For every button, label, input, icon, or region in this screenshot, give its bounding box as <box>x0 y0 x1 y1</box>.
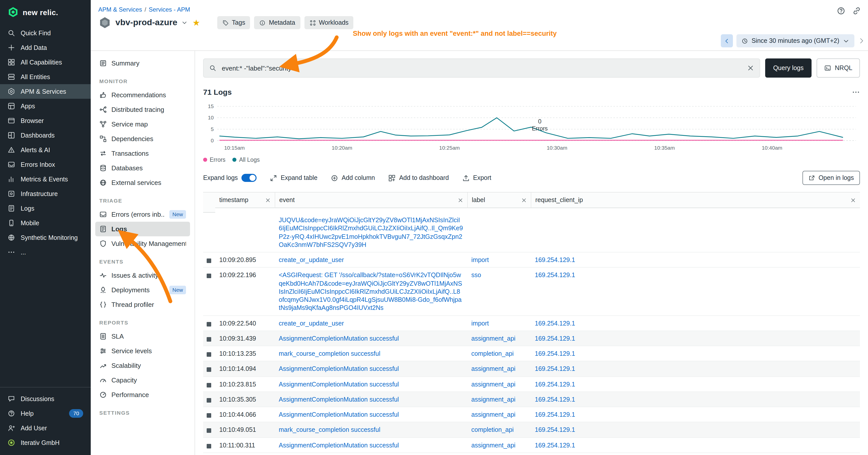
sidebar-item-apm-services[interactable]: APM & Services <box>0 84 91 99</box>
legend-errors[interactable]: Errors <box>203 157 225 163</box>
row-marker-icon[interactable] <box>207 413 211 418</box>
subnav-item-service-levels[interactable]: Service levels <box>95 344 190 358</box>
subnav-item-deployments[interactable]: DeploymentsNew <box>95 283 190 297</box>
sidebar-item-metrics-events[interactable]: Metrics & Events <box>0 172 91 187</box>
log-event-link[interactable]: AssignmentCompletionMutation successful <box>275 407 467 422</box>
row-marker-icon[interactable] <box>207 383 211 387</box>
log-row[interactable]: 10:11:00.311AssignmentCompletionMutation… <box>203 437 860 453</box>
subnav-item-recommendations[interactable]: Recommendations <box>95 88 190 102</box>
entity-chevron-down-icon[interactable] <box>182 20 187 26</box>
row-marker-icon[interactable] <box>207 428 211 433</box>
log-row[interactable]: 10:10:49.051mark_course_completion succe… <box>203 422 860 438</box>
sidebar-item-logs[interactable]: Logs <box>0 201 91 216</box>
log-row[interactable]: 10:09:22.540create_or_update_userimport1… <box>203 316 860 331</box>
subnav-item-errors-errors-inb[interactable]: Errors (errors inb...New <box>95 207 190 222</box>
clear-query-icon[interactable] <box>747 65 754 71</box>
copy-link-icon[interactable] <box>852 6 861 15</box>
workloads-button[interactable]: Workloads <box>304 16 353 29</box>
subnav-item-vulnerability-management[interactable]: Vulnerability Management <box>95 236 190 251</box>
log-label-link[interactable]: assignment_api <box>467 392 531 407</box>
sidebar-item-add-data[interactable]: Add Data <box>0 40 91 55</box>
subnav-item-distributed-tracing[interactable]: Distributed tracing <box>95 102 190 117</box>
row-marker-icon[interactable] <box>207 274 211 279</box>
log-row[interactable]: 10:10:44.066AssignmentCompletionMutation… <box>203 407 860 422</box>
new-relic-logo[interactable]: new relic. <box>0 0 91 26</box>
sidebar-item-quick-find[interactable]: Quick Find <box>0 26 91 40</box>
sidebar-item-discussions[interactable]: Discussions <box>0 391 91 406</box>
log-label-link[interactable] <box>467 213 531 252</box>
log-ip-link[interactable]: 169.254.129.1 <box>531 253 860 267</box>
subnav-item-scalability[interactable]: Scalability <box>95 358 190 373</box>
remove-column-icon[interactable] <box>521 197 527 203</box>
sidebar-item-more[interactable]: ... <box>0 245 91 260</box>
log-label-link[interactable]: assignment_api <box>467 361 531 377</box>
subnav-item-dependencies[interactable]: Dependencies <box>95 131 190 146</box>
log-row[interactable]: 10:10:14.094AssignmentCompletionMutation… <box>203 361 860 377</box>
sidebar-item-iterativ-gmbh[interactable]: Iterativ GmbH <box>0 435 91 450</box>
log-row[interactable]: 10:10:35.305AssignmentCompletionMutation… <box>203 392 860 408</box>
row-marker-icon[interactable] <box>207 398 211 402</box>
chart-more-menu-icon[interactable] <box>852 88 860 96</box>
query-logs-button[interactable]: Query logs <box>765 59 812 77</box>
column-header-event[interactable]: event <box>275 193 467 208</box>
breadcrumb-link-apm-services[interactable]: APM & Services <box>98 6 142 13</box>
log-label-link[interactable]: import <box>467 316 531 330</box>
log-ip-link[interactable]: 169.254.129.1 <box>531 437 860 453</box>
log-ip-link[interactable]: 169.254.129.1 <box>531 361 860 377</box>
sidebar-item-apps[interactable]: Apps <box>0 99 91 113</box>
subnav-item-performance[interactable]: Performance <box>95 388 190 402</box>
sidebar-item-mobile[interactable]: Mobile <box>0 216 91 230</box>
column-header-timestamp[interactable]: timestamp <box>215 193 275 208</box>
log-label-link[interactable]: assignment_api <box>467 331 531 346</box>
log-label-link[interactable]: completion_api <box>467 346 531 361</box>
subnav-item-capacity[interactable]: Capacity <box>95 373 190 388</box>
column-header-request-client-ip[interactable]: request_client_ip <box>531 193 860 208</box>
log-label-link[interactable]: assignment_api <box>467 377 531 391</box>
logs-query-input[interactable] <box>221 64 743 72</box>
log-ip-link[interactable]: 169.254.129.1 <box>531 407 860 422</box>
expand-logs-toggle[interactable]: Expand logs <box>203 174 256 182</box>
log-label-link[interactable]: import <box>467 253 531 267</box>
time-back-button[interactable] <box>721 34 733 47</box>
log-label-link[interactable]: assignment_api <box>467 437 531 453</box>
expand-table-button[interactable]: Expand table <box>270 174 317 182</box>
tags-button[interactable]: Tags <box>217 16 250 29</box>
remove-column-icon[interactable] <box>850 197 856 203</box>
subnav-item-transactions[interactable]: Transactions <box>95 146 190 161</box>
favorite-star-icon[interactable]: ★ <box>192 18 200 28</box>
log-event-link[interactable]: AssignmentCompletionMutation successful <box>275 331 467 346</box>
subnav-item-sla[interactable]: SLA <box>95 329 190 344</box>
nrql-button[interactable]: NRQL <box>817 59 860 77</box>
log-event-link[interactable]: JUQVU&code=eyJraWQiOiJjcGltY29yZV8wOTl1M… <box>275 213 467 252</box>
panel-chevron-right-icon[interactable] <box>858 37 865 44</box>
log-event-link[interactable]: AssignmentCompletionMutation successful <box>275 377 467 391</box>
log-row[interactable]: 10:09:20.895create_or_update_userimport1… <box>203 253 860 268</box>
sidebar-item-add-user[interactable]: Add User <box>0 421 91 435</box>
log-ip-link[interactable]: 169.254.129.1 <box>531 316 860 330</box>
log-row[interactable]: 10:09:31.439AssignmentCompletionMutation… <box>203 331 860 347</box>
sidebar-item-alerts-ai[interactable]: Alerts & AI <box>0 142 91 157</box>
sidebar-item-infrastructure[interactable]: Infrastructure <box>0 187 91 201</box>
add-column-button[interactable]: Add column <box>331 174 375 182</box>
log-event-link[interactable]: AssignmentCompletionMutation successful <box>275 437 467 453</box>
subnav-item-summary[interactable]: Summary <box>95 56 190 70</box>
row-marker-icon[interactable] <box>207 367 211 372</box>
log-event-link[interactable]: mark_course_completion successful <box>275 346 467 361</box>
log-event-link[interactable]: create_or_update_user <box>275 253 467 267</box>
sidebar-item-help[interactable]: Help70 <box>0 406 91 421</box>
toggle-switch-icon[interactable] <box>242 174 256 182</box>
log-label-link[interactable]: assignment_api <box>467 407 531 422</box>
time-picker[interactable]: Since 30 minutes ago (GMT+2) <box>737 34 855 47</box>
breadcrumb-link-services-apm[interactable]: Services - APM <box>149 6 190 13</box>
remove-column-icon[interactable] <box>265 197 271 203</box>
sidebar-item-synthetic-monitoring[interactable]: Synthetic Monitoring <box>0 230 91 245</box>
entity-title[interactable]: vbv-prod-azure <box>116 18 178 28</box>
log-event-link[interactable]: AssignmentCompletionMutation successful <box>275 392 467 407</box>
row-marker-icon[interactable] <box>207 352 211 357</box>
log-row[interactable]: 10:10:13.235mark_course_completion succe… <box>203 346 860 361</box>
log-label-link[interactable]: sso <box>467 268 531 316</box>
sidebar-item-all-entities[interactable]: All Entities <box>0 69 91 84</box>
log-ip-link[interactable] <box>531 213 860 252</box>
sidebar-item-browser[interactable]: Browser <box>0 113 91 128</box>
column-header-label[interactable]: label <box>467 193 531 208</box>
